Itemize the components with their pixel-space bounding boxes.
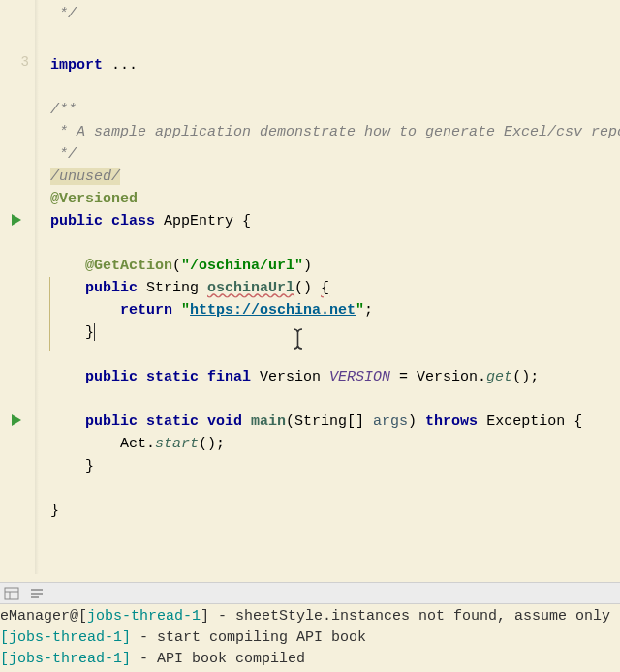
comment-text: /**	[50, 102, 77, 118]
code-line[interactable]: public static void main(String[] args) t…	[50, 411, 620, 433]
layout-icon[interactable]	[4, 586, 19, 601]
keyword: public	[85, 280, 146, 296]
text: = Version.	[390, 369, 486, 385]
code-line[interactable]: */	[50, 143, 620, 166]
code-line[interactable]: }	[50, 455, 620, 477]
text: ()	[294, 280, 321, 296]
line-number	[12, 121, 29, 137]
text: )	[408, 413, 425, 430]
text: ();	[512, 369, 539, 385]
code-area[interactable]: */ import ... /** * A sample application…	[35, 0, 620, 574]
annotation: @GetAction	[85, 258, 172, 274]
method-call: start	[155, 436, 199, 452]
field-name: VERSION	[329, 369, 390, 385]
keyword: import	[50, 57, 111, 74]
comment-text: */	[50, 146, 77, 163]
gutter: 3	[0, 0, 35, 574]
run-gutter-icon[interactable]	[12, 414, 25, 428]
url-link[interactable]: https://oschina.net	[190, 302, 356, 319]
code-line[interactable]: Act.start();	[50, 433, 620, 455]
svg-rect-0	[5, 588, 18, 599]
console-output[interactable]: eManager@[jobs-thread-1] - sheetStyle.in…	[0, 604, 620, 672]
type: String	[146, 280, 207, 296]
keyword: public class	[50, 213, 164, 229]
keyword: public static final	[85, 369, 260, 385]
text: ;	[364, 302, 373, 319]
keyword: throws	[425, 413, 486, 430]
keyword: public static void	[85, 413, 251, 430]
code-line[interactable]: public String oschinaUrl() {	[50, 277, 620, 299]
text-cursor-icon	[292, 328, 304, 350]
tool-window-tabs[interactable]	[0, 582, 620, 604]
code-line[interactable]: * A sample application demonstrate how t…	[50, 121, 620, 143]
text: Exception {	[486, 413, 582, 430]
comment-text: * A sample application demonstrate how t…	[50, 124, 620, 140]
string-literal: "/oschina/url"	[181, 258, 303, 274]
comment-text: */	[50, 6, 77, 22]
code-line[interactable]: @Versioned	[50, 188, 620, 210]
text: ...	[111, 57, 138, 74]
annotation: @Versioned	[50, 191, 138, 207]
brace: }	[85, 324, 94, 341]
text: (String[]	[286, 413, 373, 430]
code-line[interactable]: }	[50, 321, 620, 344]
keyword: return	[120, 302, 181, 319]
text-caret	[94, 323, 95, 341]
param: args	[373, 413, 408, 430]
bottom-panel: eManager@[jobs-thread-1] - sheetStyle.in…	[0, 582, 620, 672]
class-name: AppEntry	[164, 213, 233, 229]
text: ();	[199, 436, 225, 452]
string-literal: "	[356, 302, 364, 319]
line-number: 3	[12, 54, 29, 70]
string-literal: "	[181, 302, 190, 319]
code-line[interactable]: return "https://oschina.net";	[50, 299, 620, 321]
unused-tag: /unused/	[50, 168, 120, 185]
code-line[interactable]: /**	[50, 99, 620, 121]
code-editor[interactable]: 3 */ import ... /** * A sample applicati…	[0, 0, 620, 574]
brace: {	[321, 280, 329, 296]
code-line[interactable]: /unused/	[50, 166, 620, 188]
code-line[interactable]: import ...	[50, 54, 620, 76]
brace: }	[85, 458, 94, 474]
code-line[interactable]: public class AppEntry {	[50, 210, 620, 232]
brace: }	[50, 503, 59, 519]
code-line[interactable]: public static final Version VERSION = Ve…	[50, 366, 620, 388]
line-number	[12, 210, 29, 226]
code-line[interactable]: }	[50, 500, 620, 522]
method-name: oschinaUrl	[207, 280, 294, 296]
method-call: get	[486, 369, 512, 385]
code-line[interactable]: @GetAction("/oschina/url")	[50, 255, 620, 277]
soft-wrap-icon[interactable]	[29, 586, 45, 601]
text: {	[233, 213, 251, 229]
type: Version	[260, 369, 329, 385]
code-line[interactable]: */	[50, 3, 620, 25]
method-name: main	[251, 413, 286, 430]
text: Act.	[120, 436, 155, 452]
